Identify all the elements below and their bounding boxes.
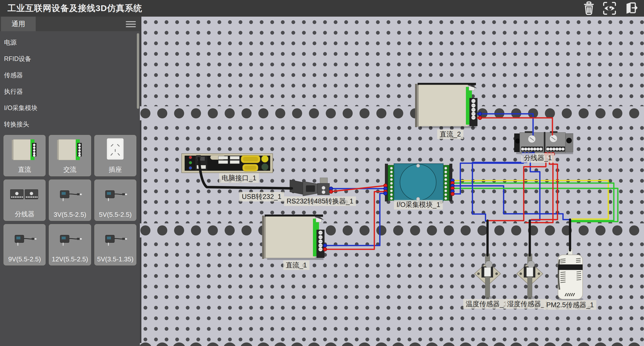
hamburger-icon[interactable] — [126, 20, 136, 29]
device-pm25-sensor[interactable] — [557, 249, 583, 301]
device-io-module[interactable] — [385, 164, 452, 201]
sidebar-item-5[interactable]: 转换接头 — [0, 116, 140, 132]
app-title: 工业互联网设备及接线3D仿真系统 — [8, 3, 142, 14]
eye-scan-icon — [602, 1, 617, 16]
dc-power-icon — [6, 135, 44, 165]
device-card-adapter-8[interactable]: 5V(3.5-1.35) — [94, 224, 136, 265]
device-card-adapter-7[interactable]: 12V(5.5-2.5) — [49, 224, 91, 265]
terminal-dot-red — [478, 116, 482, 120]
adapter-icon — [96, 224, 134, 255]
device-card-label: 5V(5.5-2.5) — [99, 211, 132, 219]
device-label-usb232: USB转232_1 — [239, 192, 284, 201]
device-card-label: 交流 — [63, 165, 76, 174]
terminal-dot-red — [323, 248, 327, 251]
device-label-pm25-sensor: PM2.5传感器_1 — [544, 300, 596, 310]
socket-icon — [96, 135, 134, 165]
device-card-label: 分线器 — [15, 210, 34, 219]
adapter-icon — [96, 180, 134, 211]
adapter-icon — [51, 180, 89, 211]
terminal-dot-red — [451, 192, 454, 196]
device-dc2[interactable] — [415, 83, 477, 128]
terminal-dot-blue — [478, 112, 482, 116]
trash-icon — [582, 1, 596, 16]
sidebar-item-3[interactable]: 执行器 — [0, 83, 140, 100]
sidebar-item-4[interactable]: I/O采集模块 — [0, 100, 140, 116]
terminal-dot-red — [329, 190, 333, 193]
device-card-label: 3V(5.5-2.5) — [54, 211, 86, 219]
device-card-socket-2[interactable]: 插座 — [94, 135, 136, 176]
device-card-dc-power-0[interactable]: 直流 — [4, 135, 46, 176]
device-label-dc1: 直流_1 — [283, 260, 309, 270]
terminal-dot-blue — [384, 192, 387, 195]
sidebar: 通用 电源RFID设备传感器执行器I/O采集模块转换接头 直流交流插座分线器3V… — [0, 17, 140, 346]
device-card-label: 插座 — [109, 165, 122, 174]
device-card-adapter-4[interactable]: 3V(5.5-2.5) — [49, 180, 91, 221]
adapter-icon — [6, 224, 44, 255]
device-card-label: 直流 — [18, 165, 31, 174]
device-dc1[interactable] — [262, 215, 325, 260]
category-list: 电源RFID设备传感器执行器I/O采集模块转换接头 — [0, 34, 140, 132]
device-pc-interface[interactable] — [182, 154, 273, 173]
sidebar-tabbar: 通用 — [0, 17, 140, 31]
sidebar-item-0[interactable]: 电源 — [0, 34, 140, 51]
device-card-label: 12V(5.5-2.5) — [52, 255, 88, 263]
device-card-label: 5V(3.5-1.35) — [97, 255, 134, 263]
sidebar-scrollbar[interactable] — [137, 33, 139, 109]
device-splitter1[interactable] — [514, 131, 573, 154]
device-card-adapter-6[interactable]: 9V(5.5-2.5) — [4, 224, 46, 265]
title-bar: 工业互联网设备及接线3D仿真系统 — [0, 0, 644, 17]
device-card-adapter-5[interactable]: 5V(5.5-2.5) — [94, 180, 136, 221]
device-card-ac-power-1[interactable]: 交流 — [49, 135, 91, 176]
tab-general[interactable]: 通用 — [1, 17, 36, 31]
device-label-pc-interface: 电脑接口_1 — [219, 173, 259, 183]
device-label-dc2: 直流_2 — [437, 129, 463, 139]
exit-button[interactable] — [623, 1, 637, 16]
device-card-label: 9V(5.5-2.5) — [8, 255, 41, 263]
ac-power-icon — [51, 135, 89, 165]
device-label-rs232-485: RS232转485转换器_1 — [284, 196, 356, 206]
toolbar — [582, 1, 644, 16]
splitter-icon — [6, 180, 44, 210]
device-card-grid: 直流交流插座分线器3V(5.5-2.5)5V(5.5-2.5)9V(5.5-2.… — [0, 132, 140, 268]
sidebar-item-1[interactable]: RFID设备 — [0, 51, 140, 67]
view-reset-button[interactable] — [602, 1, 617, 16]
device-card-splitter-3[interactable]: 分线器 — [4, 180, 46, 221]
sidebar-item-2[interactable]: 传感器 — [0, 67, 140, 83]
device-label-io-module: I/O采集模块_1 — [394, 200, 443, 210]
device-label-temp-sensor: 温度传感器_1 — [463, 299, 510, 309]
wiring-canvas[interactable] — [140, 17, 644, 346]
device-label-splitter1: 分线器_1 — [521, 153, 554, 163]
exit-door-icon — [623, 1, 637, 16]
canvas-left-edge — [140, 17, 141, 346]
delete-button[interactable] — [582, 1, 596, 16]
adapter-icon — [51, 224, 89, 255]
terminal-dot-blue — [323, 244, 327, 247]
app-window: { "app": { "title": "工业互联网设备及接线3D仿真系统" }… — [0, 0, 644, 346]
